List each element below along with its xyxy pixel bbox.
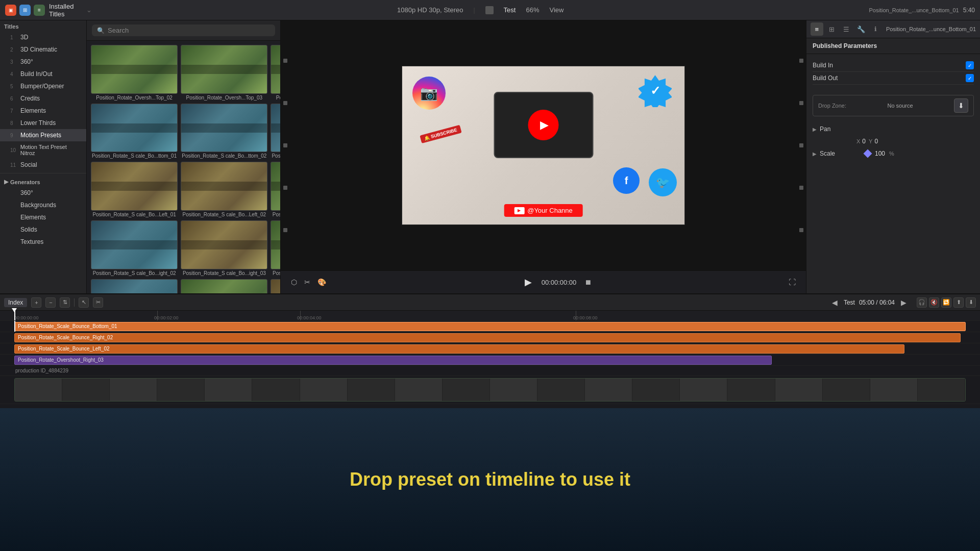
tl-expand-button[interactable]: ⇅ [60,297,70,308]
search-input-wrapper[interactable]: 🔍 [92,24,275,36]
installed-titles-label[interactable]: Installed Titles ⌄ [49,3,92,18]
list-item[interactable]: Position_Rotate_Oversh...Top_05 [91,279,178,293]
sidebar-item-bumper[interactable]: 5 Bumper/Opener [0,80,86,92]
search-icon: 🔍 [97,27,105,34]
list-item[interactable]: Position_Rotate_S cale_Bo...Left_02 [181,162,267,217]
build-out-checkbox[interactable]: ✓ [966,74,974,82]
timeline-test-label: Test [844,299,855,306]
color-tool-button[interactable]: 🎨 [315,277,328,287]
sidebar-item-backgrounds[interactable]: Backgrounds [0,199,86,211]
app-icon-3[interactable]: ≡ [34,5,45,16]
view-button[interactable]: View [549,6,564,14]
list-item[interactable]: Position_Rotate_Oversh...Top_03 [181,45,267,101]
tl-select-button[interactable]: ↖ [79,297,89,308]
zoom-label[interactable]: 66% [526,6,539,14]
export-button[interactable]: ⬆ [953,297,964,308]
transform-tool-button[interactable]: ⬡ [289,277,299,287]
list-item[interactable]: Position_Rotate_S cale_Bo...ttom_01 [91,104,178,159]
twitter-icon: 🐦 [649,168,677,196]
track-clip-4[interactable]: Position_Rotate_Overshoot_Right_03 [14,356,772,365]
tab-grid[interactable]: ⊞ [825,22,838,36]
tab-inspector[interactable]: 🔧 [854,22,867,36]
video-track-clips[interactable] [14,378,966,402]
sidebar-item-build-in-out[interactable]: 4 Build In/Out [0,68,86,80]
pan-expand-arrow: ▶ [813,127,817,132]
sidebar-item-lower-thirds[interactable]: 8 Lower Thirds [0,117,86,129]
sidebar-item-credits[interactable]: 6 Credits [0,92,86,105]
sidebar-item-gen-elements[interactable]: Elements [0,211,86,223]
generators-header: ▶ Generators [0,176,86,187]
list-item[interactable]: Position_Rotate_Oversh...Top_04 [271,45,280,101]
sidebar-item-360[interactable]: 3 360° [0,56,86,68]
item-label: Position_Rotate_S cale_Bo...Left_03 [271,212,280,217]
edit-tool-button[interactable]: ✂ [302,277,312,287]
scale-label: Scale [820,150,861,157]
list-item[interactable]: Position_Rotate_S cale_Bo...Left_03 [271,162,280,217]
fullscreen-button[interactable]: ⛶ [787,277,798,287]
sidebar-item-textures[interactable]: Textures [0,236,86,248]
search-input[interactable] [108,27,270,34]
x-value[interactable]: 0 [862,138,866,145]
y-value[interactable]: 0 [874,138,878,145]
loop-button[interactable]: 🔁 [941,297,951,308]
preview-controls: ⬡ ✂ 🎨 ▶ 00:00:00:00 ⏹ ⛶ [281,270,806,293]
import-button[interactable]: ⬇ [966,297,976,308]
params-title: Position_Rotate_...unce_Bottom_01 [869,7,959,13]
sidebar-item-solids[interactable]: Solids [0,223,86,236]
app-icon-1[interactable]: ▣ [5,5,16,16]
tab-published-params[interactable]: ≡ [811,22,823,36]
build-in-checkbox[interactable]: ✓ [966,61,974,69]
track-clip-2[interactable]: Position_Rotate_Scale_Bounce_Right_02 [14,333,961,342]
sidebar-item-3d-cinematic[interactable]: 2 3D Cinematic [0,43,86,56]
tl-trim-button[interactable]: ✂ [93,297,103,308]
list-item[interactable]: Position_Rotate_Oversh...Top_07 [271,279,280,293]
tl-separator [74,298,75,307]
sidebar-item-3d[interactable]: 1 3D [0,31,86,43]
list-item[interactable]: Position_Rotate_S cale_Bo...ight_03 [181,220,267,276]
top-bar-center: 1080p HD 30p, Stereo | Test 66% View [98,6,863,14]
preview-side-markers [281,20,290,270]
tl-delete-button[interactable]: − [45,297,56,308]
test-label: Test [504,6,516,14]
thumb [91,104,178,153]
thumb [271,45,280,94]
app-icon-2[interactable]: ⊞ [19,5,31,16]
tab-list[interactable]: ☰ [840,22,853,36]
thumb [181,45,267,94]
thumb [181,220,267,269]
mute-button[interactable]: 🔇 [929,297,939,308]
sidebar-item-motion-text[interactable]: 10 Motion Text Preset Nitroz [0,141,86,159]
pan-section: ▶ Pan X 0 Y 0 [806,121,980,148]
list-item[interactable]: Position_Rotate_Oversh...Top_02 [91,45,178,101]
scale-keyframe-diamond[interactable] [864,149,872,158]
tl-add-button[interactable]: + [31,297,41,308]
thumb [91,45,178,94]
list-item[interactable]: Position_Rotate_S cale_Bo...ight_02 [91,220,178,276]
drop-zone-button[interactable]: ⬇ [954,98,968,113]
sidebar-item-gen-360[interactable]: 360° [0,187,86,199]
list-item[interactable]: Position_Rotate_Oversh...Top_06 [181,279,267,293]
nav-prev-button[interactable]: ◀ [830,298,840,307]
track-clip-3[interactable]: Position_Rotate_Scale_Bounce_Left_02 [14,344,904,354]
pan-expand-row[interactable]: ▶ Pan [813,122,974,136]
nav-next-button[interactable]: ▶ [899,298,909,307]
sidebar-item-motion-presets[interactable]: 9 Motion Presets [0,129,86,141]
audio-button[interactable]: 🎧 [917,297,927,308]
playhead[interactable] [14,311,15,320]
play-button[interactable]: ▶ [521,275,535,289]
item-label: Position_Rotate_S cale_Bo...ight_03 [181,270,267,276]
list-item[interactable]: Position_Rotate_S cale_Bo...ttom_02 [181,104,267,159]
index-tab[interactable]: Index [4,298,27,307]
scale-value[interactable]: 100 [875,150,885,157]
sidebar-item-social[interactable]: 11 Social [0,159,86,171]
stop-button[interactable]: ⏹ [582,277,594,287]
track-clip-1[interactable]: Position_Rotate_Scale_Bounce_Bottom_01 [14,322,966,331]
resolution-label: 1080p HD 30p, Stereo [397,6,463,14]
track-row-production: production ID_4884239 [0,366,980,376]
thumb [91,279,178,293]
list-item[interactable]: Position_Rotate_S cale_Bo...Left_01 [91,162,178,217]
sidebar-item-elements[interactable]: 7 Elements [0,105,86,117]
list-item[interactable]: Position_Rotate_S cale_Bo...ttom_03 [271,104,280,159]
list-item[interactable]: Position_Rotate_S cale_Bo...ight_04 [271,220,280,276]
info-button[interactable]: ℹ [869,22,882,36]
